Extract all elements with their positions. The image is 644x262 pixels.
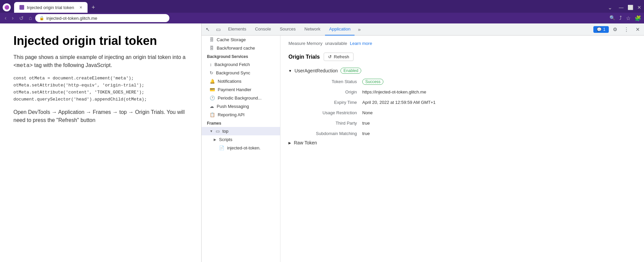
origin-value: https://injected-ot-token.glitch.me <box>362 88 636 96</box>
trial-expand-icon: ▼ <box>288 69 292 73</box>
refresh-icon: ↺ <box>328 54 332 59</box>
tab-console[interactable]: Console <box>251 23 275 36</box>
minimize-button[interactable]: — <box>619 5 624 10</box>
more-options-button[interactable]: ⋮ <box>621 25 632 34</box>
sidebar-item-push-messaging[interactable]: ☁ Push Messaging <box>202 102 280 111</box>
frame-icon: ▭ <box>216 129 220 134</box>
sidebar-item-payment-handler[interactable]: 💳 Payment Handler <box>202 85 280 94</box>
usage-value: None <box>362 109 636 117</box>
zoom-button[interactable]: 🔍 <box>609 15 615 21</box>
page-footer: Open DevTools → Application → Frames → t… <box>13 108 188 124</box>
devtools-panel: ↖ ▭ Elements Console Sources Network App… <box>201 23 644 262</box>
sidebar-item-file[interactable]: 📄 injected-ot-token. <box>202 144 280 152</box>
raw-token-row[interactable]: ▶ Raw Token <box>288 140 636 145</box>
notifications-icon: 🔔 <box>210 79 215 84</box>
tab-application[interactable]: Application <box>325 23 355 36</box>
origin-trials-title: Origin Trials <box>288 54 320 60</box>
more-tabs-icon: » <box>358 26 361 32</box>
subdomain-label: Subdomain Matching <box>297 130 357 137</box>
measure-memory-row: Measure Memory unavailable Learn more <box>288 41 636 46</box>
cache-storage-icon: 🗄 <box>210 37 214 42</box>
refresh-button[interactable]: ↺ Refresh <box>324 53 354 61</box>
tab-overflow-button[interactable]: ⌄ <box>605 4 615 11</box>
forward-button[interactable]: › <box>10 14 15 22</box>
sidebar-item-notifications[interactable]: 🔔 Notifications <box>202 77 280 85</box>
extension-button[interactable]: 🧩 <box>635 15 641 21</box>
feedback-button[interactable]: 💬 1 <box>593 26 609 33</box>
more-tabs-button[interactable]: » <box>355 25 363 34</box>
trial-header[interactable]: ▼ UserAgentReduction Enabled <box>288 68 636 74</box>
back-button[interactable]: ‹ <box>3 14 8 22</box>
token-status-value: Success <box>362 78 636 85</box>
token-status-badge: Success <box>362 79 383 85</box>
cursor-icon: ↖ <box>206 26 210 32</box>
third-party-value: true <box>362 119 636 127</box>
bookmark-button[interactable]: ☆ <box>626 15 631 21</box>
sidebar-item-backforward-cache[interactable]: 🗄 Back/forward cache <box>202 44 280 52</box>
page-description: This page shows a simple example of inje… <box>13 53 188 70</box>
settings-button[interactable]: ⚙ <box>610 25 620 34</box>
file-icon: 📄 <box>219 145 224 150</box>
sidebar-item-reporting-api[interactable]: 📋 Reporting API <box>202 111 280 119</box>
expiry-label: Expiry Time <box>297 99 357 106</box>
subdomain-value: true <box>362 130 636 137</box>
tab-elements[interactable]: Elements <box>224 23 250 36</box>
close-icon: ✕ <box>636 26 640 32</box>
refresh-button[interactable]: ↺ <box>17 14 25 22</box>
devtools-body: 🗄 Cache Storage 🗄 Back/forward cache Bac… <box>202 36 644 262</box>
measure-memory-status: unavailable <box>325 41 347 46</box>
third-party-label: Third Party <box>297 119 357 127</box>
toolbar-right: 💬 1 ⚙ ⋮ ✕ <box>593 25 643 34</box>
devtools-sidebar: 🗄 Cache Storage 🗄 Back/forward cache Bac… <box>202 36 280 262</box>
more-icon: ⋮ <box>624 26 629 32</box>
push-messaging-icon: ☁ <box>210 104 214 109</box>
origin-label: Origin <box>297 88 357 96</box>
background-services-label: Background Services <box>202 52 280 60</box>
tab-title: Injected origin trial token <box>27 5 74 10</box>
close-button[interactable]: ✕ <box>637 5 641 10</box>
raw-token-expand-icon: ▶ <box>288 141 291 145</box>
restore-button[interactable]: ⬜ <box>628 5 633 10</box>
token-status-label: Token Status <box>297 78 357 85</box>
home-button[interactable]: ⌂ <box>27 14 34 22</box>
sidebar-item-bg-sync[interactable]: ↻ Background Sync <box>202 69 280 77</box>
active-tab[interactable]: Injected origin trial token × <box>14 2 88 13</box>
measure-memory-label: Measure Memory <box>288 41 322 46</box>
scripts-toggle-icon: ▶ <box>214 138 216 141</box>
reporting-api-icon: 📋 <box>210 112 215 117</box>
sidebar-item-bg-fetch[interactable]: ↕ Background Fetch <box>202 60 280 69</box>
expiry-value: April 20, 2022 at 12:59:59 AM GMT+1 <box>362 99 636 106</box>
trial-section: ▼ UserAgentReduction Enabled Token Statu… <box>288 68 636 145</box>
new-tab-button[interactable]: + <box>89 4 98 11</box>
trial-enabled-badge: Enabled <box>340 68 361 74</box>
share-button[interactable]: ⤴ <box>619 15 622 21</box>
tab-close-button[interactable]: × <box>79 5 82 10</box>
sidebar-item-frames-top[interactable]: ▼ ▭ top <box>202 127 280 135</box>
devtools-toolbar: ↖ ▭ Elements Console Sources Network App… <box>202 23 644 36</box>
page-content: Injected origin trial token This page sh… <box>0 23 201 262</box>
sidebar-item-periodic-bg[interactable]: 🕐 Periodic Background... <box>202 94 280 102</box>
close-devtools-button[interactable]: ✕ <box>633 25 643 34</box>
device-tool-button[interactable]: ▭ <box>213 25 223 34</box>
learn-more-link[interactable]: Learn more <box>350 41 372 46</box>
tab-network[interactable]: Network <box>301 23 325 36</box>
bg-fetch-icon: ↕ <box>210 62 212 67</box>
tab-favicon <box>19 5 24 10</box>
tab-sources[interactable]: Sources <box>276 23 300 36</box>
page-title: Injected origin trial token <box>13 34 188 48</box>
browser-logo: 🟣 <box>3 3 11 11</box>
device-icon: ▭ <box>216 26 221 32</box>
sidebar-item-cache-storage[interactable]: 🗄 Cache Storage <box>202 36 280 44</box>
code-block: const otMeta = document.createElement('m… <box>13 75 188 103</box>
sidebar-item-scripts[interactable]: ▶ Scripts <box>202 135 280 144</box>
feedback-icon: 💬 <box>597 27 602 32</box>
settings-icon: ⚙ <box>613 26 617 32</box>
address-bar[interactable]: 🔒 injected-ot-token.glitch.me <box>35 14 169 22</box>
usage-label: Usage Restriction <box>297 109 357 117</box>
devtools-main-panel: Measure Memory unavailable Learn more Or… <box>280 36 644 262</box>
backforward-icon: 🗄 <box>210 46 214 51</box>
address-text: injected-ot-token.glitch.me <box>46 16 97 21</box>
trial-name: UserAgentReduction <box>294 68 338 73</box>
cursor-tool-button[interactable]: ↖ <box>203 25 213 34</box>
top-toggle-icon: ▼ <box>210 129 213 133</box>
